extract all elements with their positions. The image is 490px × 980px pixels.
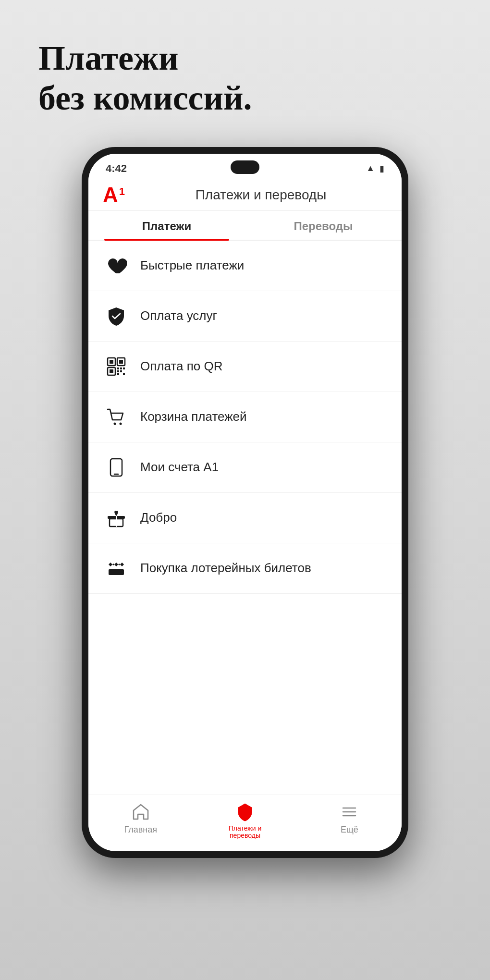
menu-label-my-accounts: Мои счета А1 [140,460,219,475]
svg-rect-10 [120,370,122,372]
svg-rect-15 [110,459,122,476]
nav-more-label: Ещё [341,825,358,835]
cart-icon [103,404,130,430]
svg-rect-5 [110,369,113,373]
gift-icon [103,504,130,531]
payments-icon [235,802,255,822]
tab-transfers[interactable]: Переводы [245,211,402,240]
svg-point-13 [114,422,116,425]
camera-notch [231,160,259,174]
phone-mockup: 4:42 ▲ ▮ А 1 Платежи и переводы Платежи [82,147,408,858]
status-icons: ▲ ▮ [366,163,384,174]
logo-sup: 1 [119,185,125,198]
svg-rect-8 [123,368,125,369]
home-icon [131,802,151,822]
nav-payments[interactable]: Платежи ипереводы [193,802,297,840]
shield-check-icon [103,303,130,330]
svg-rect-11 [123,373,125,375]
menu-label-dobro: Добро [140,510,177,525]
menu-item-cart[interactable]: Корзина платежей [88,392,402,442]
qr-code-icon [103,353,130,380]
svg-rect-6 [117,368,119,369]
menu-list: Быстрые платежи Оплата услуг [88,241,402,795]
nav-more[interactable]: Ещё [297,802,402,840]
nav-home[interactable]: Главная [88,802,193,840]
hero-section: Платежи без комиссий. [0,0,490,137]
menu-label-cart: Корзина платежей [140,409,247,424]
status-bar: 4:42 ▲ ▮ [88,154,402,179]
bottom-nav: Главная Платежи ипереводы [88,795,402,851]
menu-item-my-accounts[interactable]: Мои счета А1 [88,442,402,493]
menu-item-fast-payments[interactable]: Быстрые платежи [88,241,402,291]
menu-label-fast-payments: Быстрые платежи [140,258,244,273]
app-header: А 1 Платежи и переводы [88,179,402,211]
logo: А 1 [103,184,125,206]
heart-icon [103,252,130,279]
menu-item-dobro[interactable]: Добро [88,493,402,543]
phone-screen: 4:42 ▲ ▮ А 1 Платежи и переводы Платежи [88,154,402,851]
svg-rect-1 [110,360,113,364]
ticket-icon [103,555,130,582]
menu-item-pay-services[interactable]: Оплата услуг [88,291,402,342]
svg-rect-9 [117,370,119,372]
tab-payments[interactable]: Платежи [88,211,245,240]
nav-payments-label: Платежи ипереводы [229,825,262,840]
svg-rect-7 [120,368,122,369]
svg-rect-19 [109,569,124,575]
nav-home-label: Главная [124,825,157,835]
tab-bar: Платежи Переводы [88,211,402,241]
header-title: Платежи и переводы [135,187,387,203]
logo-letter: А [103,184,118,206]
menu-icon [339,802,359,822]
phone-frame: 4:42 ▲ ▮ А 1 Платежи и переводы Платежи [82,147,408,858]
phone-account-icon [103,454,130,481]
svg-rect-12 [117,373,119,375]
hero-title: Платежи без комиссий. [38,38,452,118]
menu-label-lottery: Покупка лотерейных билетов [140,561,311,576]
menu-label-pay-services: Оплата услуг [140,308,217,323]
menu-item-pay-qr[interactable]: Оплата по QR [88,342,402,392]
menu-label-pay-qr: Оплата по QR [140,359,222,374]
status-time: 4:42 [106,162,127,175]
svg-point-14 [120,422,122,425]
battery-icon: ▮ [380,163,384,174]
menu-item-lottery[interactable]: Покупка лотерейных билетов [88,543,402,594]
svg-rect-3 [119,360,123,364]
signal-icon: ▲ [366,163,375,173]
